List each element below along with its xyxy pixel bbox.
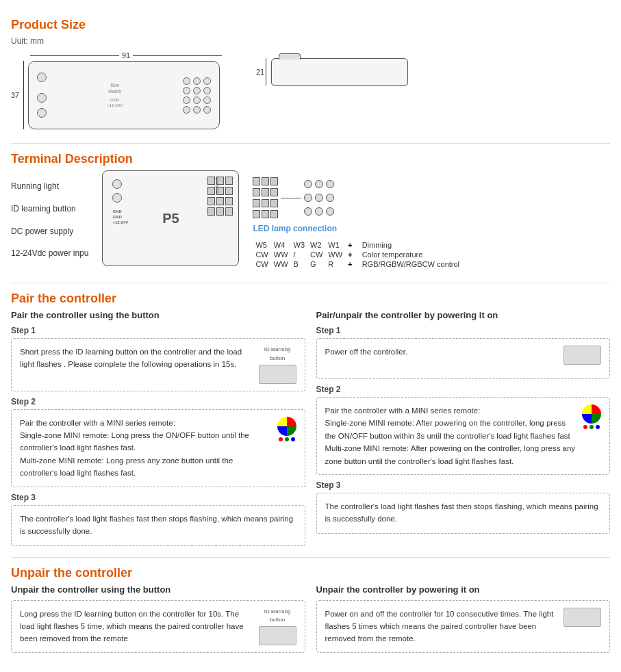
pair-right-step3-box: The controller's load light flashes fast… [316,493,611,534]
side-device-diagram [271,58,408,86]
led-connection-table: W5W4W3W2W1+ Dimming CWWW/CWWW+ Color tem… [253,240,462,269]
terminal-device-label: P5 [162,211,179,227]
pair-columns: Pair the controller using the button Ste… [11,310,610,546]
terminal-left-labels: Running light ID learning button DC powe… [11,170,88,259]
pair-left-step2-label: Step 2 [11,397,305,406]
pair-right-step1-text: Power off the controller. [325,346,559,358]
pair-left-step2-text: Pair the controller with a MINI series r… [20,417,272,480]
pair-left-step1-label: Step 1 [11,326,305,335]
unpair-right-col: Unpair the controller by powering it on … [316,584,611,654]
unpair-left-step1-icon: ID learningbutton [259,608,296,646]
terminal-section: Terminal Description Running light ID le… [11,152,610,269]
pair-right-step1-box: Power off the controller. [316,338,611,379]
product-size-title: Product Size [11,18,610,32]
pair-left-step2-box: Pair the controller with a MINI series r… [11,409,305,487]
pair-left-step3-box: The controller's load light flashes fast… [11,505,305,546]
unpair-left-col: Unpair the controller using the button L… [11,584,305,654]
dim-width: 91 [119,51,133,60]
pair-right-step1-label: Step 1 [316,326,611,335]
terminal-label-1: ID learning button [11,203,88,215]
unpair-right-col-title: Unpair the controller by powering it on [316,584,611,595]
terminal-device-diagram: GND GND +12-24V P5 OUTPUT [102,170,239,266]
unpair-right-step1-text: Power on and off the controller for 10 c… [325,608,559,645]
dim-height: 37 [11,91,19,99]
unpair-left-col-title: Unpair the controller using the button [11,584,305,595]
unpair-right-step1-box: Power on and off the controller for 10 c… [316,600,611,653]
terminal-right-section: LED lamp connection W5W4W3W2W1+ Dimming … [253,170,462,269]
led-row-rgb: CWWWBGR+ RGB/RGBW/RGBCW control [253,259,462,269]
unpair-columns: Unpair the controller using the button L… [11,584,610,654]
terminal-left-icons: GND GND +12-24V [112,179,128,224]
diagram-front-view: 91 37 [11,51,244,129]
device-left-circles [37,73,47,118]
front-device-diagram: Run Match GND +12-24V [28,61,220,129]
pair-left-step2-icon [277,417,296,441]
pair-left-step3-text: The controller's load light flashes fast… [20,513,296,538]
pair-right-col-title: Pair/unpair the controller by powering i… [316,310,611,320]
pair-right-step1-img [563,346,601,365]
unpair-title: Unpair the controller [11,566,610,580]
terminal-label-2: DC power supply [11,226,88,237]
unit-label: Uuit: mm [11,36,610,46]
pair-right-step2-box: Pair the controller with a MINI series r… [316,397,611,475]
unpair-id-learning-img [259,626,296,645]
terminal-label-0: Running light [11,181,88,192]
dim-side: 21 [256,68,264,76]
divider-1 [11,143,610,144]
led-connection-title: LED lamp connection [253,224,462,233]
pair-title: Pair the controller [11,292,610,306]
terminal-label-3: 12-24Vdc power inpu [11,248,88,259]
pair-left-step1-text: Short press the ID learning button on th… [20,346,253,371]
circle-mid-left-2 [37,108,47,118]
divider-2 [11,283,610,283]
front-device-wrap: 37 [11,61,244,129]
unpair-left-step1-text: Long press the ID learning button on the… [20,608,253,645]
unpair-right-step1-img [563,608,601,627]
pair-section: Pair the controller Pair the controller … [11,292,610,546]
pair-right-col: Pair/unpair the controller by powering i… [316,310,611,546]
pair-left-step3-label: Step 3 [11,493,305,502]
pair-left-col: Pair the controller using the button Ste… [11,310,305,546]
pair-right-step3-text: The controller's load light flashes fast… [325,500,602,526]
unpair-left-step1-box: Long press the ID learning button on the… [11,600,305,654]
device-center: Run Match GND +12-24V [107,83,123,107]
pair-right-step2-icon [582,404,601,429]
circle-mid-left-1 [37,93,47,103]
product-size-diagrams: 91 37 [11,51,610,129]
terminal-right-connectors: OUTPUT [201,177,233,216]
pair-right-step2-text: Pair the controller with a MINI series r… [325,404,577,467]
pair-left-step1-icon: ID learningbutton [259,346,296,384]
divider-3 [11,557,610,558]
id-learning-img [259,365,296,384]
circle-top-left [37,73,47,82]
pair-left-col-title: Pair the controller using the button [11,310,305,320]
diagram-side-view: 21 [271,58,408,88]
device-right-circles [183,77,211,114]
unpair-section: Unpair the controller Unpair the control… [11,566,610,654]
terminal-title: Terminal Description [11,152,610,166]
led-row-dimming: W5W4W3W2W1+ Dimming [253,240,462,250]
led-row-color-temp: CWWW/CWWW+ Color temperature [253,250,462,259]
product-size-section: Product Size Uuit: mm 91 37 [11,18,610,129]
pair-left-step1-box: Short press the ID learning button on th… [11,338,305,391]
terminal-area: Running light ID learning button DC powe… [11,170,610,269]
pair-right-step2-label: Step 2 [316,385,611,394]
pair-right-step3-label: Step 3 [316,480,611,490]
